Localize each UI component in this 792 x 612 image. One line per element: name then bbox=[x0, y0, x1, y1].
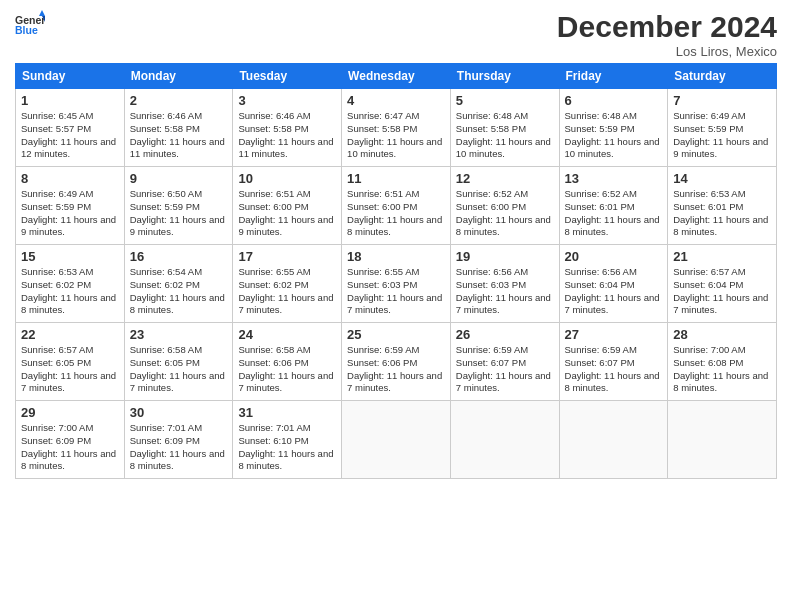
page-container: General Blue December 2024 Los Liros, Me… bbox=[0, 0, 792, 489]
week-row-1: 1 Sunrise: 6:45 AMSunset: 5:57 PMDayligh… bbox=[16, 89, 777, 167]
col-saturday: Saturday bbox=[668, 64, 777, 89]
empty-cell-2 bbox=[450, 401, 559, 479]
day-21: 21 Sunrise: 6:57 AMSunset: 6:04 PMDaylig… bbox=[668, 245, 777, 323]
day-26: 26 Sunrise: 6:59 AMSunset: 6:07 PMDaylig… bbox=[450, 323, 559, 401]
empty-cell-1 bbox=[342, 401, 451, 479]
day-3: 3 Sunrise: 6:46 AMSunset: 5:58 PMDayligh… bbox=[233, 89, 342, 167]
title-section: December 2024 Los Liros, Mexico bbox=[557, 10, 777, 59]
col-tuesday: Tuesday bbox=[233, 64, 342, 89]
day-7: 7 Sunrise: 6:49 AMSunset: 5:59 PMDayligh… bbox=[668, 89, 777, 167]
col-thursday: Thursday bbox=[450, 64, 559, 89]
col-wednesday: Wednesday bbox=[342, 64, 451, 89]
day-11: 11 Sunrise: 6:51 AMSunset: 6:00 PMDaylig… bbox=[342, 167, 451, 245]
header-row: Sunday Monday Tuesday Wednesday Thursday… bbox=[16, 64, 777, 89]
week-row-2: 8 Sunrise: 6:49 AMSunset: 5:59 PMDayligh… bbox=[16, 167, 777, 245]
day-16: 16 Sunrise: 6:54 AMSunset: 6:02 PMDaylig… bbox=[124, 245, 233, 323]
day-25: 25 Sunrise: 6:59 AMSunset: 6:06 PMDaylig… bbox=[342, 323, 451, 401]
day-13: 13 Sunrise: 6:52 AMSunset: 6:01 PMDaylig… bbox=[559, 167, 668, 245]
day-4: 4 Sunrise: 6:47 AMSunset: 5:58 PMDayligh… bbox=[342, 89, 451, 167]
col-monday: Monday bbox=[124, 64, 233, 89]
logo: General Blue bbox=[15, 10, 45, 40]
logo-icon: General Blue bbox=[15, 10, 45, 40]
day-9: 9 Sunrise: 6:50 AMSunset: 5:59 PMDayligh… bbox=[124, 167, 233, 245]
month-title: December 2024 bbox=[557, 10, 777, 44]
day-14: 14 Sunrise: 6:53 AMSunset: 6:01 PMDaylig… bbox=[668, 167, 777, 245]
day-20: 20 Sunrise: 6:56 AMSunset: 6:04 PMDaylig… bbox=[559, 245, 668, 323]
day-2: 2 Sunrise: 6:46 AMSunset: 5:58 PMDayligh… bbox=[124, 89, 233, 167]
day-28: 28 Sunrise: 7:00 AMSunset: 6:08 PMDaylig… bbox=[668, 323, 777, 401]
day-10: 10 Sunrise: 6:51 AMSunset: 6:00 PMDaylig… bbox=[233, 167, 342, 245]
week-row-3: 15 Sunrise: 6:53 AMSunset: 6:02 PMDaylig… bbox=[16, 245, 777, 323]
day-8: 8 Sunrise: 6:49 AMSunset: 5:59 PMDayligh… bbox=[16, 167, 125, 245]
day-29: 29 Sunrise: 7:00 AMSunset: 6:09 PMDaylig… bbox=[16, 401, 125, 479]
day-12: 12 Sunrise: 6:52 AMSunset: 6:00 PMDaylig… bbox=[450, 167, 559, 245]
col-sunday: Sunday bbox=[16, 64, 125, 89]
day-30: 30 Sunrise: 7:01 AMSunset: 6:09 PMDaylig… bbox=[124, 401, 233, 479]
calendar-table: Sunday Monday Tuesday Wednesday Thursday… bbox=[15, 63, 777, 479]
week-row-5: 29 Sunrise: 7:00 AMSunset: 6:09 PMDaylig… bbox=[16, 401, 777, 479]
svg-text:Blue: Blue bbox=[15, 24, 38, 36]
day-17: 17 Sunrise: 6:55 AMSunset: 6:02 PMDaylig… bbox=[233, 245, 342, 323]
day-31: 31 Sunrise: 7:01 AMSunset: 6:10 PMDaylig… bbox=[233, 401, 342, 479]
empty-cell-3 bbox=[559, 401, 668, 479]
day-15: 15 Sunrise: 6:53 AMSunset: 6:02 PMDaylig… bbox=[16, 245, 125, 323]
day-27: 27 Sunrise: 6:59 AMSunset: 6:07 PMDaylig… bbox=[559, 323, 668, 401]
day-6: 6 Sunrise: 6:48 AMSunset: 5:59 PMDayligh… bbox=[559, 89, 668, 167]
day-18: 18 Sunrise: 6:55 AMSunset: 6:03 PMDaylig… bbox=[342, 245, 451, 323]
header: General Blue December 2024 Los Liros, Me… bbox=[15, 10, 777, 59]
week-row-4: 22 Sunrise: 6:57 AMSunset: 6:05 PMDaylig… bbox=[16, 323, 777, 401]
empty-cell-4 bbox=[668, 401, 777, 479]
day-5: 5 Sunrise: 6:48 AMSunset: 5:58 PMDayligh… bbox=[450, 89, 559, 167]
col-friday: Friday bbox=[559, 64, 668, 89]
day-1: 1 Sunrise: 6:45 AMSunset: 5:57 PMDayligh… bbox=[16, 89, 125, 167]
location: Los Liros, Mexico bbox=[557, 44, 777, 59]
day-19: 19 Sunrise: 6:56 AMSunset: 6:03 PMDaylig… bbox=[450, 245, 559, 323]
day-24: 24 Sunrise: 6:58 AMSunset: 6:06 PMDaylig… bbox=[233, 323, 342, 401]
day-23: 23 Sunrise: 6:58 AMSunset: 6:05 PMDaylig… bbox=[124, 323, 233, 401]
day-22: 22 Sunrise: 6:57 AMSunset: 6:05 PMDaylig… bbox=[16, 323, 125, 401]
